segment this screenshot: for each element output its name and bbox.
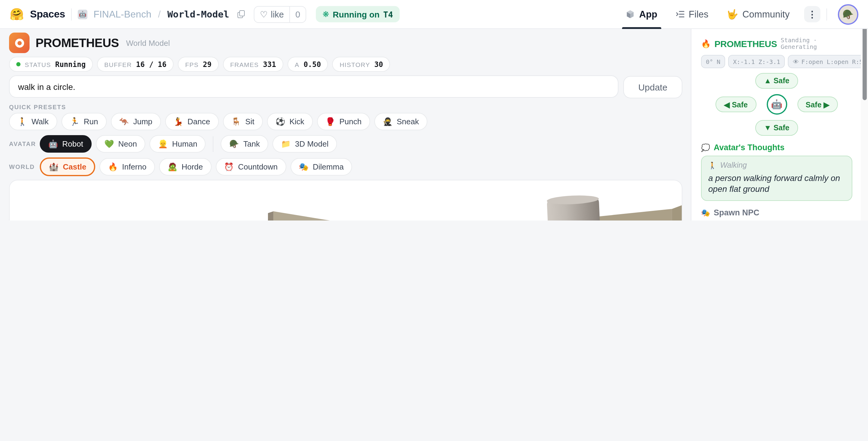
sneak-icon: 🥷 [383, 118, 393, 125]
tab-app-label: App [639, 9, 657, 20]
avatar-tank[interactable]: 🪖Tank [221, 135, 268, 153]
preset-sit[interactable]: 🪑Sit [223, 113, 263, 130]
more-options-button[interactable]: ⋮ [804, 6, 820, 22]
vision-pill: 👁 F:open L:open R:5.0 [788, 55, 868, 68]
status-value: Running [55, 60, 86, 68]
fps-value: 29 [203, 60, 212, 68]
prompt-input[interactable] [9, 76, 618, 98]
preset-run[interactable]: 🏃Run [61, 113, 106, 130]
status-pill-row: STATUS Running BUFFER 16 / 16 FPS 29 FRA… [9, 57, 682, 72]
user-avatar[interactable]: 🪖 [838, 4, 858, 24]
tab-community-label: Community [742, 9, 789, 20]
breadcrumb-owner[interactable]: FINAL-Bench [93, 9, 151, 20]
avatar-row: AVATAR 🤖Robot 💚Neon 👱Human 🪖Tank 📁3D Mod… [9, 135, 682, 153]
buffer-value: 16 / 16 [136, 60, 166, 68]
avatar-neon[interactable]: 💚Neon [96, 135, 146, 153]
thoughts-header: Avatar's Thoughts [714, 143, 784, 152]
status-label: STATUS [25, 61, 51, 68]
sidebar-title: PROMETHEUS [714, 38, 777, 49]
safe-right-button[interactable]: Safe ▶ [797, 96, 838, 112]
castle-icon: 🏰 [49, 163, 59, 171]
world-label: WORLD [9, 164, 36, 170]
tab-files-label: Files [689, 9, 708, 20]
preset-sneak[interactable]: 🥷Sneak [374, 113, 427, 130]
safe-left-button[interactable]: ◀ Safe [715, 96, 756, 112]
top-header: 🤗 Spaces 🤖 FINAL-Bench / World-Model ♡ l… [0, 0, 868, 29]
a-label: A [295, 61, 299, 68]
status-dot-icon [16, 62, 21, 66]
status-pill: STATUS Running [9, 57, 93, 72]
update-button[interactable]: Update [623, 76, 682, 98]
thoughts-header-row: 💭 Avatar's Thoughts [701, 143, 852, 152]
app-title-row: PROMETHEUS World Model [9, 32, 682, 54]
spawn-header: Spawn NPC [714, 208, 760, 217]
owner-avatar[interactable]: 🤖 [78, 9, 87, 19]
frames-label: FRAMES [230, 61, 259, 68]
kebab-icon: ⋮ [808, 9, 817, 20]
tab-files[interactable]: Files [670, 0, 714, 29]
avatar-human[interactable]: 👱Human [150, 135, 206, 153]
tab-app[interactable]: App [620, 0, 663, 29]
like-count[interactable]: 0 [289, 6, 306, 22]
large-pillar [547, 195, 607, 220]
neon-icon: 💚 [104, 140, 114, 148]
running-status-badge[interactable]: ❋ Running on T4 [316, 6, 400, 22]
countdown-icon: ⏰ [224, 163, 234, 171]
dilemma-icon: 🎭 [299, 163, 308, 171]
preset-punch[interactable]: 🥊Punch [317, 113, 370, 130]
eye-icon: 👁 [793, 58, 799, 65]
history-pill: HISTORY 30 [333, 57, 390, 72]
world-viewport[interactable] [9, 180, 682, 220]
like-widget[interactable]: ♡ like 0 [254, 6, 306, 23]
user-avatar-icon: 🪖 [842, 9, 854, 20]
scene-canvas [10, 180, 682, 220]
quick-presets-row: 🚶Walk 🏃Run 🦘Jump 💃Dance 🪑Sit ⚽Kick 🥊Punc… [9, 113, 682, 130]
avatar-state: Standing · Generating [781, 37, 852, 50]
copy-icon[interactable] [238, 10, 244, 18]
preset-kick[interactable]: ⚽Kick [267, 113, 313, 130]
header-divider [71, 8, 72, 20]
header-divider-2 [827, 8, 827, 20]
tab-community[interactable]: 🤟 Community [721, 0, 796, 29]
safe-up-button[interactable]: ▲ Safe [755, 73, 798, 89]
world-horde[interactable]: 🧟Horde [159, 158, 211, 176]
community-icon: 🤟 [727, 9, 738, 20]
avatar-3d-model[interactable]: 📁3D Model [273, 135, 337, 153]
preset-walk[interactable]: 🚶Walk [9, 113, 57, 130]
like-label: like [271, 9, 284, 19]
avatar-robot[interactable]: 🤖Robot [40, 135, 92, 153]
control-sidebar: 🔥 PROMETHEUS Standing · Generating 0° N … [691, 29, 868, 220]
heading-pill: 0° N [701, 55, 725, 68]
preset-jump[interactable]: 🦘Jump [111, 113, 161, 130]
running-label: Running on [333, 9, 380, 19]
fan-icon: ❋ [322, 10, 329, 19]
walk-icon: 🚶 [18, 118, 27, 125]
main-panel: PROMETHEUS World Model STATUS Running BU… [0, 29, 691, 220]
like-button[interactable]: ♡ like [254, 6, 289, 22]
run-icon: 🏃 [70, 118, 79, 125]
safe-down-button[interactable]: ▼ Safe [755, 120, 798, 136]
dance-icon: 💃 [174, 118, 183, 125]
huggingface-logo-icon[interactable]: 🤗 [10, 8, 24, 20]
world-dilemma[interactable]: 🎭Dilemma [290, 158, 352, 176]
world-inferno[interactable]: 🔥Inferno [100, 158, 155, 176]
a-pill: A 0.50 [287, 57, 328, 72]
breadcrumb-repo[interactable]: World-Model [167, 9, 229, 20]
walking-icon: 🚶 [708, 161, 716, 169]
spaces-link[interactable]: Spaces [30, 8, 65, 20]
preset-dance[interactable]: 💃Dance [165, 113, 219, 130]
masks-icon: 🎭 [701, 209, 710, 217]
hardware-label: T4 [383, 9, 393, 19]
avatar-divider [213, 136, 214, 152]
castle-walls [268, 205, 682, 220]
world-countdown[interactable]: ⏰Countdown [216, 158, 286, 176]
app-title: PROMETHEUS [36, 36, 119, 50]
telemetry-row: 0° N X:-1.1 Z:-3.1 👁 F:open L:open R:5.0 [701, 55, 852, 68]
quick-presets-label: QUICK PRESETS [9, 104, 682, 110]
world-castle[interactable]: 🏰Castle [40, 157, 96, 176]
history-value: 30 [374, 60, 383, 68]
sidebar-title-row: 🔥 PROMETHEUS Standing · Generating [701, 37, 852, 50]
inferno-icon: 🔥 [108, 163, 118, 171]
page-scrollbar[interactable]: ▲ [861, 0, 868, 220]
fps-label: FPS [185, 61, 198, 68]
